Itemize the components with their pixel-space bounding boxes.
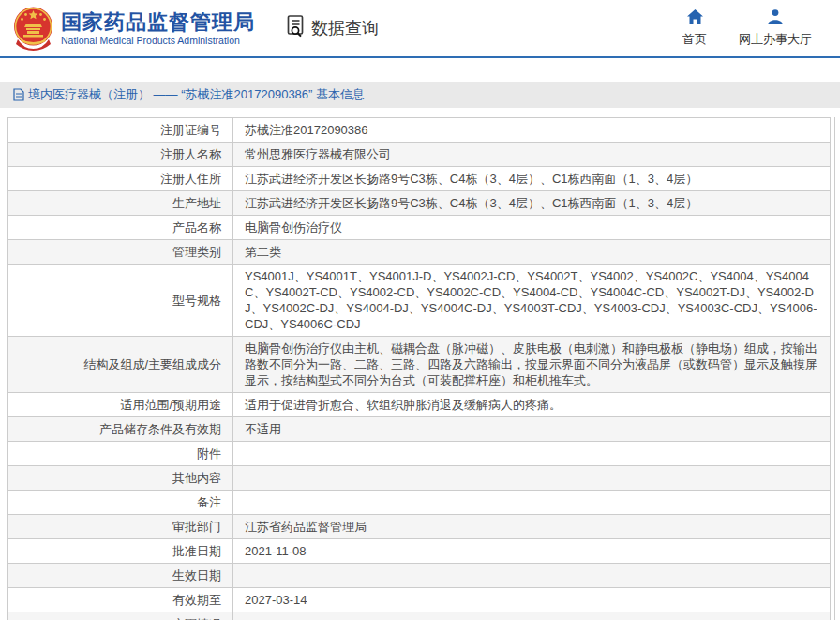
row-value: 江苏武进经济开发区长扬路9号C3栋、C4栋（3、4层）、C1栋西南面（1、3、4…	[233, 191, 831, 216]
row-label: 生产地址	[8, 191, 233, 216]
row-label: 适用范围/预期用途	[8, 393, 233, 417]
table-row: 注册证编号苏械注准20172090386	[8, 118, 831, 143]
info-table-body: 注册证编号苏械注准20172090386注册人名称常州思雅医疗器械有限公司注册人…	[8, 118, 831, 620]
row-label: 注册人名称	[8, 143, 233, 167]
table-row: 附件	[8, 442, 831, 466]
nav-item-service-hall[interactable]: 网上办事大厅	[739, 8, 812, 48]
table-row: 备注	[8, 491, 831, 515]
page-header: 国家药品监督管理局 National Medical Products Admi…	[0, 0, 840, 58]
site-title: 国家药品监督管理局	[61, 10, 255, 35]
row-label: 批准日期	[8, 539, 233, 564]
logo-text: 国家药品监督管理局 National Medical Products Admi…	[61, 10, 255, 47]
row-label: 注册人住所	[8, 167, 233, 191]
table-row: 其他内容	[8, 466, 831, 491]
info-table-container: 注册证编号苏械注准20172090386注册人名称常州思雅医疗器械有限公司注册人…	[8, 117, 835, 620]
table-row: 产品储存条件及有效期不适用	[8, 417, 831, 442]
table-row: 适用范围/预期用途适用于促进骨折愈合、软组织肿胀消退及缓解病人的疼痛。	[8, 393, 831, 417]
row-value	[233, 491, 831, 515]
header-nav: 首页网上办事大厅	[682, 8, 829, 48]
row-value: 第二类	[233, 240, 831, 265]
document-icon	[13, 88, 24, 101]
row-value: YS4001J、YS4001T、YS4001J-D、YS4002J-CD、YS4…	[233, 265, 831, 337]
row-label: 产品储存条件及有效期	[8, 417, 233, 442]
site-subtitle: National Medical Products Administration	[61, 35, 255, 47]
row-label: 结构及组成/主要组成成分	[8, 337, 233, 393]
table-row: 生产地址江苏武进经济开发区长扬路9号C3栋、C4栋（3、4层）、C1栋西南面（1…	[8, 191, 831, 216]
table-row: 生效日期	[8, 564, 831, 588]
breadcrumb-text: 境内医疗器械（注册） —— “苏械注准20172090386” 基本信息	[28, 86, 365, 103]
user-icon	[767, 8, 784, 27]
row-label: 产品名称	[8, 216, 233, 240]
data-query-section[interactable]: 数据查询	[285, 14, 379, 42]
data-query-label: 数据查询	[311, 17, 379, 39]
row-label: 型号规格	[8, 265, 233, 337]
table-row: 型号规格YS4001J、YS4001T、YS4001J-D、YS4002J-CD…	[8, 265, 831, 337]
row-label: 有效期至	[8, 588, 233, 612]
row-label: 备注	[8, 491, 233, 515]
row-label: 附件	[8, 442, 233, 466]
breadcrumb: 境内医疗器械（注册） —— “苏械注准20172090386” 基本信息	[0, 82, 840, 108]
table-row: 注册人住所江苏武进经济开发区长扬路9号C3栋、C4栋（3、4层）、C1栋西南面（…	[8, 167, 831, 191]
national-emblem-logo	[12, 6, 54, 51]
row-value	[233, 612, 831, 620]
row-value	[233, 442, 831, 466]
row-label: 生效日期	[8, 564, 233, 588]
registration-info-table: 注册证编号苏械注准20172090386注册人名称常州思雅医疗器械有限公司注册人…	[8, 117, 831, 620]
row-value: 电脑骨创伤治疗仪	[233, 216, 831, 240]
row-value	[233, 564, 831, 588]
row-value: 苏械注准20172090386	[233, 118, 831, 143]
table-row: 结构及组成/主要组成成分电脑骨创伤治疗仪由主机、磁耦合盘（脉冲磁）、皮肤电极（电…	[8, 337, 831, 393]
row-value: 不适用	[233, 417, 831, 442]
row-value: 江苏省药品监督管理局	[233, 515, 831, 539]
table-row: 审批部门江苏省药品监督管理局	[8, 515, 831, 539]
table-row: 注册人名称常州思雅医疗器械有限公司	[8, 143, 831, 167]
row-value: 江苏武进经济开发区长扬路9号C3栋、C4栋（3、4层）、C1栋西南面（1、3、4…	[233, 167, 831, 191]
home-icon	[686, 8, 704, 27]
row-label: 审批部门	[8, 515, 233, 539]
nav-item-home[interactable]: 首页	[682, 8, 707, 48]
row-value: 常州思雅医疗器械有限公司	[233, 143, 831, 167]
table-row: 变更情况	[8, 612, 831, 620]
row-label: 其他内容	[8, 466, 233, 491]
row-label: 变更情况	[8, 612, 233, 620]
row-value: 适用于促进骨折愈合、软组织肿胀消退及缓解病人的疼痛。	[233, 393, 831, 417]
row-value	[233, 466, 831, 491]
table-row: 管理类别第二类	[8, 240, 831, 265]
data-query-icon	[285, 14, 308, 42]
table-row: 批准日期2021-11-08	[8, 539, 831, 564]
nav-item-label: 首页	[682, 31, 707, 48]
table-row: 产品名称电脑骨创伤治疗仪	[8, 216, 831, 240]
row-value: 2021-11-08	[233, 539, 831, 564]
row-value: 电脑骨创伤治疗仪由主机、磁耦合盘（脉冲磁）、皮肤电极（电刺激）和静电极板（静电场…	[233, 337, 831, 393]
row-label: 管理类别	[8, 240, 233, 265]
row-label: 注册证编号	[8, 118, 233, 143]
table-row: 有效期至2027-03-14	[8, 588, 831, 612]
row-value: 2027-03-14	[233, 588, 831, 612]
nav-item-label: 网上办事大厅	[739, 31, 812, 48]
